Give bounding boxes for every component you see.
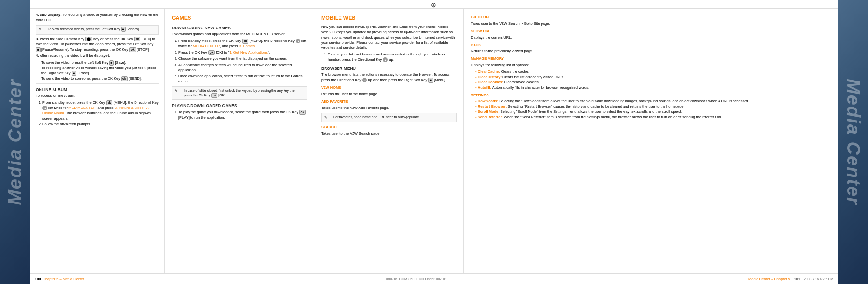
erase-line: To recording another video without savin… <box>36 66 159 76</box>
left-banner-text: Media Center <box>5 79 26 205</box>
note-pencil-icon2: ✎ <box>175 88 182 94</box>
media-center-link2: MEDIA CENTER <box>193 44 220 48</box>
divider1 <box>36 83 159 84</box>
col1-content: 4. Sub Display: To recording a video of … <box>30 9 165 273</box>
mw-item1: To start your Internet browser and acces… <box>328 52 457 63</box>
pl-item1: To play the game you downloaded, select … <box>178 110 307 121</box>
dir-up: ▲ <box>383 57 388 62</box>
left-banner: Media Center <box>0 0 30 284</box>
search-desc: Takes user to the VZW Search page. <box>321 131 457 136</box>
downloading-list: From standby mode, press the OK Key ok [… <box>172 39 307 84</box>
playing-title: PLAYING DOWNLOADED GAMES <box>172 103 307 108</box>
note-fav-text: For favorites, page name and URL need to… <box>333 115 420 120</box>
browser-menu-title: BROWSER MENU <box>321 66 457 71</box>
dir-left-dl: ◀ <box>296 39 300 43</box>
manage-mem-title: MANAGE MEMORY <box>471 56 831 62</box>
ok-send: ok <box>121 76 128 81</box>
bottom-right: Media Center – Chapter 5 101 2008.7.16 4… <box>748 277 833 281</box>
key-icon: ■ <box>121 27 126 32</box>
rsk-erase: ■ <box>72 71 77 76</box>
note-view-text: To view recorded videos, press the Left … <box>48 27 140 32</box>
get-new-apps-link: 1. Get New Applications <box>229 50 268 54</box>
note-pencil-icon: ✎ <box>39 27 46 33</box>
mobile-web-desc: Now you can access news, sports, weather… <box>321 25 457 51</box>
dl-item4: All applicable charges or fees will be i… <box>178 63 307 73</box>
item3-text: 3. Press the Side Camera Key ⬤ Key or pr… <box>36 37 159 53</box>
dir-up2: ▲ <box>362 78 367 82</box>
playing-list: To play the game you downloaded, select … <box>172 110 307 121</box>
settings-list: Downloads: Selecting the "Downloads" ite… <box>471 99 831 120</box>
bottom-bar: 100 Chapter 5 – Media Center 080716_CDM8… <box>30 273 838 284</box>
ok-key-dl2: ok <box>208 50 215 55</box>
dl-item3: Choose the software you want from the li… <box>178 56 307 62</box>
back-desc: Returns to the previously viewed page. <box>471 49 831 54</box>
ok-key2: ok <box>129 47 136 52</box>
pic-video-link: 2. Picture & Video, 7. Online Album <box>42 106 149 115</box>
ok-menu: ok <box>106 100 113 105</box>
date-info: 2008.7.16 4:2:6 PM <box>804 277 833 281</box>
back-title: BACK <box>471 43 831 48</box>
crosshair-icon <box>431 1 437 8</box>
oa-item1: From standby mode, press the OK Key ok [… <box>42 100 159 122</box>
vzw-home-title: VZW HOME <box>321 85 457 91</box>
main-content: 4. Sub Display: To recording a video of … <box>30 0 838 284</box>
item4-sub-label: 4. Sub Display: To recording a video of … <box>36 13 159 23</box>
note-slide-text: In case of slide closed, first unlock th… <box>184 88 304 98</box>
page-num-right: 101 <box>794 277 800 281</box>
lsk-key: ■ <box>36 47 41 52</box>
note-view-videos: ✎ To view recorded videos, press the Lef… <box>36 25 159 35</box>
ok-key-dl1: ok <box>242 39 249 43</box>
autofill-item: Autofill: Automatically fills in charact… <box>475 85 831 91</box>
go-url-title: GO TO URL <box>471 15 831 20</box>
send-line: To send the video to someone, press the … <box>36 76 159 81</box>
clear-cookies-item: Clear Cookies: Clears saved cookies. <box>475 80 831 85</box>
go-url-desc: Takes user to the VZW Search > Go to Sit… <box>471 21 831 27</box>
col4-url: GO TO URL Takes user to the VZW Search >… <box>464 9 838 273</box>
dl-item5: Once download application, select "Yes" … <box>178 74 307 84</box>
save-line: To save the video, press the Left Soft K… <box>36 60 159 66</box>
clear-cache-item: Clear Cache: Clears the cache. <box>475 69 831 75</box>
item4-text: 4. After recording the video it will be … <box>36 54 159 59</box>
item4-sub-title: 4. Sub Display: <box>36 13 62 17</box>
media-center-link1: MEDIA CENTER <box>68 106 95 110</box>
rsk-menu: ■ <box>428 78 433 82</box>
manage-mem-desc: Displays the following list of options: <box>471 63 831 68</box>
mobile-web-list: To start your Internet browser and acces… <box>321 52 457 63</box>
ok-key: ok <box>134 37 141 41</box>
bottom-left: 100 Chapter 5 – Media Center <box>35 277 84 281</box>
settings-title: SETTINGS <box>471 93 831 98</box>
games-link: 3. Games <box>239 44 255 48</box>
online-album-title: ONLINE ALBUM <box>36 87 159 93</box>
right-banner-text: Media Center <box>843 79 864 205</box>
bottom-center-file: 080716_CDM8950_ECHO.indd 100-101 <box>386 277 447 281</box>
ok-key-note: ok <box>211 93 218 98</box>
dl-item2: Press the OK Key ok [OK] to "1. Get New … <box>178 50 307 55</box>
show-url-desc: Displays the current URL. <box>471 35 831 41</box>
manage-mem-list: Clear Cache: Clears the cache. Clear His… <box>471 69 831 91</box>
col2-games: GAMES DOWNLOADING NEW GAMES To download … <box>165 9 314 273</box>
downloading-title: DOWNLOADING NEW GAMES <box>172 25 307 31</box>
vzw-home-desc: Returns the user to the home page. <box>321 92 457 97</box>
chapter-label-left: Chapter 5 – Media Center <box>43 277 84 281</box>
search-title: SEARCH <box>321 125 457 130</box>
camera-key: ⬤ <box>85 37 92 41</box>
send-ref-item: Send Referrer: When the "Send Referrer" … <box>475 115 831 120</box>
online-album-desc: To access Online Album: <box>36 94 159 99</box>
downloads-item: Downloads: Selecting the "Downloads" ite… <box>475 99 831 104</box>
online-album-list: From standby mode, press the OK Key ok [… <box>36 100 159 127</box>
note-slide: ✎ In case of slide closed, first unlock … <box>172 86 307 100</box>
dl-item1: From standby mode, press the OK Key ok [… <box>178 39 307 49</box>
scroll-item: Scroll Mode: Selecting "Scroll Mode" fro… <box>475 109 831 115</box>
browser-menu-desc: The browser menu lists the actions neces… <box>321 72 457 83</box>
show-url-title: SHOW URL <box>471 29 831 34</box>
restart-item: Restart Browser: Selecting "Restart Brow… <box>475 104 831 109</box>
right-banner: Media Center <box>838 0 868 284</box>
games-title: GAMES <box>172 14 307 22</box>
note-pencil-icon3: ✎ <box>324 115 332 121</box>
col3-mobile-web: MOBILE WEB Now you can access news, spor… <box>314 9 464 273</box>
add-fav-title: ADD FAVORITE <box>321 99 457 105</box>
ok-key-play: ok <box>299 110 306 115</box>
page-num-left: 100 <box>35 277 41 281</box>
columns: 4. Sub Display: To recording a video of … <box>30 9 838 273</box>
dir-left: ◀ <box>42 106 47 110</box>
